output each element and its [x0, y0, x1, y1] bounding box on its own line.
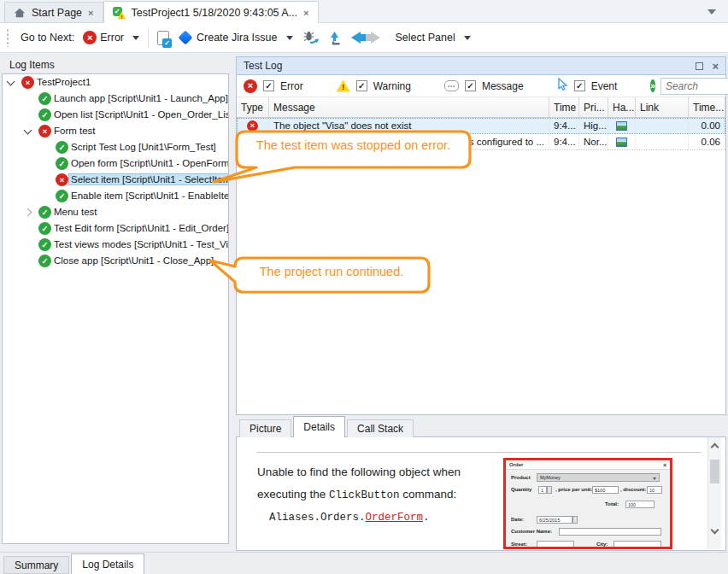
tab-summary[interactable]: Summary	[3, 556, 69, 574]
navigate-forward-icon[interactable]	[371, 32, 380, 44]
collapse-icon[interactable]	[24, 126, 32, 135]
tab-log-details[interactable]: Log Details	[71, 554, 144, 574]
success-icon: ✓	[38, 92, 51, 105]
column-header[interactable]: Link	[636, 97, 689, 117]
details-text: command:	[400, 488, 457, 501]
orderform-link[interactable]: OrderForm	[366, 512, 424, 524]
order-dialog-screenshot: Order × Product MyMoney Quantity 1 , pri…	[503, 458, 672, 549]
picture-cell	[608, 118, 636, 133]
tree-item-label: Enable item [Script\Unit1 - EnableItem]	[71, 190, 229, 201]
create-jira-issue-button[interactable]: Create Jira Issue	[178, 32, 292, 44]
tab-details[interactable]: Details	[293, 416, 345, 437]
error-icon: ×	[247, 120, 258, 132]
message-filter-checkbox[interactable]: ✓	[465, 80, 476, 91]
object-path-prefix: Aliases.Orders.	[269, 512, 366, 524]
warning-filter-checkbox[interactable]: ✓	[356, 80, 367, 91]
tree-item[interactable]: ✓Launch app [Script\Unit1 - Launch_App]	[3, 91, 228, 107]
close-icon: ×	[663, 462, 666, 468]
link-cell	[636, 134, 689, 149]
scroll-up-icon[interactable]	[711, 443, 719, 452]
quantity-field: 1	[538, 486, 547, 494]
date-label: Date:	[511, 517, 524, 522]
priority-cell: Nor...	[579, 134, 608, 149]
filter-label: Error	[280, 80, 303, 92]
tab-list-dropdown-icon[interactable]	[707, 9, 716, 15]
toolbar-grip[interactable]	[6, 28, 9, 47]
details-scrollbar[interactable]	[707, 437, 721, 549]
tree-item-label: Select item [Script\Unit1 - SelectItem]	[69, 174, 229, 184]
tab-label: Start Page	[32, 7, 82, 19]
search-continue-icon[interactable]: »	[650, 79, 655, 92]
chevron-down-icon	[286, 36, 293, 40]
collapse-icon[interactable]	[7, 78, 15, 86]
discount-label: , discount:	[620, 487, 646, 492]
select-panel-button[interactable]: Select Panel	[392, 32, 471, 44]
object-path-suffix: .	[423, 512, 430, 524]
bottom-tabs: SummaryLog Details	[3, 554, 146, 574]
total-label: Total:	[605, 501, 619, 507]
tree-item[interactable]: ✓Close app [Script\Unit1 - Close_App]	[3, 253, 228, 269]
tree-item[interactable]: ✓Enable item [Script\Unit1 - EnableItem]	[3, 188, 228, 204]
go-to-parent-icon[interactable]	[328, 31, 341, 45]
event-filter-checkbox[interactable]: ✓	[574, 80, 585, 91]
tree-item[interactable]: ×Form test	[3, 123, 228, 139]
log-row[interactable]: s configured to ...9:4...Nor...0.06	[237, 134, 725, 150]
tab-start-page[interactable]: Start Page ×	[4, 2, 103, 22]
column-header[interactable]: Time...	[689, 97, 725, 117]
filter-bar: ×✓Error!✓Warning•••✓Message✓Event»	[237, 75, 725, 97]
success-icon: ✓	[38, 238, 51, 251]
column-header[interactable]: Ha...	[608, 97, 636, 117]
testcomplete-log-window: Start Page × ✓ ! TestProject1 5/18/2020 …	[0, 0, 728, 574]
log-row[interactable]: ×The object "Visa" does not exist9:4...H…	[237, 118, 725, 134]
close-panel-icon[interactable]: ×	[712, 60, 719, 73]
column-header[interactable]: Type	[237, 97, 269, 117]
chevron-down-icon	[132, 36, 139, 40]
priority-cell: Hig...	[579, 118, 608, 133]
tree-item[interactable]: ✓Test Edit form [Script\Unit1 - Edit_Ord…	[3, 220, 228, 237]
error-filter-checkbox[interactable]: ✓	[263, 80, 274, 91]
warning-icon: !	[337, 80, 350, 92]
tree-item[interactable]: ✓Script Test Log [Unit1\Form_Test]	[3, 139, 228, 155]
search-input[interactable]	[661, 80, 728, 92]
log-report-icon[interactable]	[157, 31, 169, 45]
scrollbar-thumb[interactable]	[710, 460, 719, 483]
scroll-down-icon[interactable]	[711, 526, 719, 535]
column-header[interactable]: Pri...	[579, 97, 608, 117]
tree-item-label: TestProject1	[37, 77, 91, 87]
tab-test-log-project[interactable]: ✓ ! TestProject1 5/18/2020 9:43:05 A... …	[103, 1, 319, 23]
column-header[interactable]: Time	[549, 97, 579, 117]
customer-name-label: Customer Name:	[511, 529, 552, 534]
tab-picture[interactable]: Picture	[239, 419, 291, 437]
type-cell: ×	[237, 118, 269, 133]
error-button-label: Error	[100, 32, 124, 44]
column-header[interactable]: Message	[269, 97, 549, 117]
success-icon: ✓	[56, 190, 68, 202]
run-test-icon[interactable]	[303, 31, 320, 44]
tab-call-stack[interactable]: Call Stack	[347, 419, 414, 437]
tree-item-label: Script Test Log [Unit1\Form_Test]	[71, 142, 216, 152]
go-to-next-label: Go to Next:	[21, 32, 74, 44]
close-icon[interactable]: ×	[88, 8, 93, 18]
tree-item[interactable]: ✓Menu test	[3, 204, 228, 220]
float-panel-icon[interactable]	[696, 62, 703, 70]
tree-item-label: Menu test	[54, 207, 97, 217]
customer-name-field	[559, 528, 661, 536]
navigate-back-icon[interactable]	[351, 32, 361, 44]
filter-group-error: ×✓Error	[244, 79, 303, 93]
expand-icon[interactable]	[24, 208, 32, 217]
tree-item[interactable]: ✓Test views modes [Script\Unit1 - Test_V…	[3, 237, 228, 253]
tree-item[interactable]: ✓Open list [Script\Unit1 - Open_Order_Li…	[3, 107, 228, 123]
tree-item[interactable]: ×TestProject1	[3, 74, 228, 91]
street-label: Street:	[511, 542, 527, 547]
tree-item[interactable]: ×Select item [Script\Unit1 - SelectItem]	[3, 172, 228, 188]
tree-item-label: Form test	[54, 126, 96, 136]
tree-item[interactable]: ✓Open form [Script\Unit1 - OpenForm]	[3, 155, 228, 172]
discount-field: 10	[647, 486, 662, 494]
total-field: 100	[625, 501, 655, 508]
close-icon[interactable]: ×	[303, 8, 308, 18]
main-toolbar: Go to Next: × Error Create Jira Issue	[0, 23, 728, 53]
test-log-icon: ✓ !	[113, 7, 126, 19]
go-to-next-error-button[interactable]: × Error	[83, 31, 139, 44]
filter-label: Event	[591, 80, 618, 92]
message-cell: The object "Visa" does not exist	[269, 118, 549, 133]
